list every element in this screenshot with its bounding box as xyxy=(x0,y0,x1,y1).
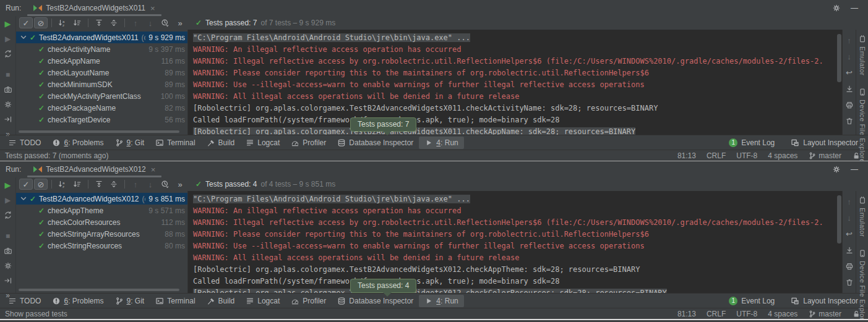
show-passed-icon[interactable]: ✓ xyxy=(19,179,33,190)
run-tab[interactable]: TestB2AdvancedWidgetsX011 × xyxy=(27,0,161,16)
test-row[interactable]: ✓ checkLayoutName 89 ms xyxy=(16,67,187,78)
toolwindow-button-run[interactable]: 4: Run xyxy=(419,295,463,307)
stop-icon[interactable]: ■ xyxy=(3,232,13,240)
toolwindow-button-profiler[interactable]: Profiler xyxy=(285,137,332,149)
toolwindow-button-logcat[interactable]: Logcat xyxy=(240,137,285,149)
rerun-automatically-icon[interactable] xyxy=(3,49,13,58)
collapse-all-icon[interactable] xyxy=(107,179,121,190)
toolwindow-button-problems[interactable]: 6: Problems xyxy=(46,137,109,149)
toolwindow-button-database-inspector[interactable]: Database Inspector xyxy=(332,295,419,307)
caret-position[interactable]: 81:13 xyxy=(677,151,696,160)
more-toolbar-chevrons-icon[interactable]: » xyxy=(173,17,187,28)
show-passed-icon[interactable]: ✓ xyxy=(19,17,33,28)
console-output[interactable]: "C:\Program Files\Android\Android Studio… xyxy=(187,191,842,293)
test-row[interactable]: ✓ checkMyActivityParentClass 100 ms xyxy=(16,90,187,102)
clear-all-trash-icon[interactable] xyxy=(844,278,854,287)
toolwindow-button-git[interactable]: 9: Git xyxy=(110,137,150,149)
toolwindow-button-todo[interactable]: TODO xyxy=(2,137,46,149)
rerun-icon[interactable]: ▶ xyxy=(3,19,13,28)
toolwindow-button-terminal[interactable]: Terminal xyxy=(150,137,200,149)
prev-occurrence-icon[interactable]: ↑ xyxy=(844,36,854,45)
expand-all-icon[interactable] xyxy=(92,17,106,28)
settings-gear-icon[interactable] xyxy=(832,165,841,174)
settings-gear-icon[interactable] xyxy=(832,4,841,12)
event-log-button[interactable]: 1 Event Log xyxy=(729,138,775,147)
toolwindow-button-logcat[interactable]: Logcat xyxy=(240,295,285,307)
close-tab-icon[interactable]: × xyxy=(151,165,156,174)
test-row[interactable]: ✓ checkActivityName 9 s 397 ms xyxy=(16,43,187,55)
divider[interactable] xyxy=(51,19,52,27)
test-row[interactable]: ✓ checkColorResources 112 ms xyxy=(16,216,187,228)
horizontal-scrollbar[interactable] xyxy=(19,130,179,133)
rerun-failed-tests-icon[interactable]: ▶ xyxy=(3,196,13,205)
toolwindow-button-build[interactable]: Build xyxy=(201,137,241,149)
layout-inspector-button[interactable]: Layout Inspector xyxy=(791,138,858,147)
next-occurrence-icon[interactable]: ↓ xyxy=(844,52,854,61)
indent-size[interactable]: 4 spaces xyxy=(768,151,797,160)
soft-wrap-icon[interactable]: ↩ xyxy=(844,229,854,239)
hide-tool-window-icon[interactable]: — xyxy=(851,4,858,12)
chevron-down-icon[interactable] xyxy=(20,197,27,201)
scroll-to-end-icon[interactable] xyxy=(844,245,854,255)
toolwindow-button-profiler[interactable]: Profiler xyxy=(285,295,332,307)
sort-alphabetically-icon[interactable]: az xyxy=(56,179,69,190)
test-row[interactable]: ✓ checkStringResources 80 ms xyxy=(16,240,187,252)
test-settings-gear-icon[interactable] xyxy=(3,100,13,109)
toolwindow-button-build[interactable]: Build xyxy=(201,295,241,307)
event-log-button[interactable]: 1 Event Log xyxy=(729,297,775,305)
stop-icon[interactable]: ■ xyxy=(3,70,13,79)
toolwindow-button-database-inspector[interactable]: Database Inspector xyxy=(332,137,419,149)
expand-all-icon[interactable] xyxy=(92,179,106,190)
close-tab-icon[interactable]: × xyxy=(150,4,155,13)
git-branch-widget[interactable]: master xyxy=(808,151,841,160)
caret-position[interactable]: 81:13 xyxy=(677,310,696,318)
run-tab[interactable]: TestB2AdvancedWidgetsX012 × xyxy=(27,161,161,177)
scroll-to-end-icon[interactable] xyxy=(844,84,854,93)
layout-inspector-button[interactable]: Layout Inspector xyxy=(791,297,858,305)
divider[interactable] xyxy=(124,19,125,27)
test-row[interactable]: ✓ checkAppName 116 ms xyxy=(16,55,187,67)
lock-icon[interactable] xyxy=(852,310,861,318)
indent-size[interactable]: 4 spaces xyxy=(768,310,797,318)
clear-all-trash-icon[interactable] xyxy=(844,116,854,125)
divider[interactable] xyxy=(88,180,88,189)
toolwindow-button-run[interactable]: 4: Run xyxy=(419,137,463,149)
screenshot-camera-icon[interactable] xyxy=(3,247,13,255)
test-row[interactable]: ✓ checkTargetDevice 56 ms xyxy=(16,114,187,125)
divider[interactable] xyxy=(124,180,125,189)
toolwindow-button-terminal[interactable]: Terminal xyxy=(150,295,200,307)
import-tests-icon[interactable] xyxy=(3,115,13,124)
test-history-icon[interactable] xyxy=(158,179,172,190)
print-icon[interactable] xyxy=(844,100,854,109)
collapse-all-icon[interactable] xyxy=(107,17,121,28)
next-occurrence-icon[interactable]: ↓ xyxy=(844,213,854,222)
test-row[interactable]: ✓ checkAppTheme 9 s 571 ms xyxy=(16,205,187,216)
screenshot-camera-icon[interactable] xyxy=(3,85,13,94)
sort-alphabetically-icon[interactable]: az xyxy=(56,17,69,28)
next-occurrence-icon[interactable]: ↓ xyxy=(144,17,157,28)
show-ignored-icon[interactable]: ⊘ xyxy=(34,179,48,190)
divider[interactable] xyxy=(51,180,52,189)
line-separator[interactable]: CRLF xyxy=(707,310,726,318)
emulator-button[interactable]: Emulator xyxy=(858,196,867,237)
next-occurrence-icon[interactable]: ↓ xyxy=(144,179,157,190)
toolwindow-button-problems[interactable]: 6: Problems xyxy=(46,295,109,307)
soft-wrap-icon[interactable]: ↩ xyxy=(844,68,854,77)
test-suite-row[interactable]: ✓ TestB2AdvancedWidgetsX011 (org.a 9 s 9… xyxy=(16,32,187,43)
vertical-scrollbar[interactable] xyxy=(837,34,841,82)
test-history-icon[interactable] xyxy=(158,17,172,28)
import-tests-icon[interactable] xyxy=(3,276,13,285)
previous-occurrence-icon[interactable]: ↑ xyxy=(129,179,142,190)
lock-icon[interactable] xyxy=(852,151,861,160)
show-ignored-icon[interactable]: ⊘ xyxy=(34,17,48,28)
vertical-scrollbar[interactable] xyxy=(837,195,841,244)
divider[interactable] xyxy=(88,19,88,27)
test-row[interactable]: ✓ checkPackageName 82 ms xyxy=(16,102,187,114)
horizontal-scrollbar[interactable] xyxy=(19,289,179,291)
chevron-down-icon[interactable] xyxy=(20,35,27,40)
toolwindow-button-todo[interactable]: TODO xyxy=(2,295,46,307)
git-branch-widget[interactable]: master xyxy=(808,310,841,318)
line-separator[interactable]: CRLF xyxy=(707,151,726,160)
sort-by-duration-icon[interactable] xyxy=(71,17,84,28)
test-row[interactable]: ✓ checkMinimumSDK 89 ms xyxy=(16,78,187,90)
